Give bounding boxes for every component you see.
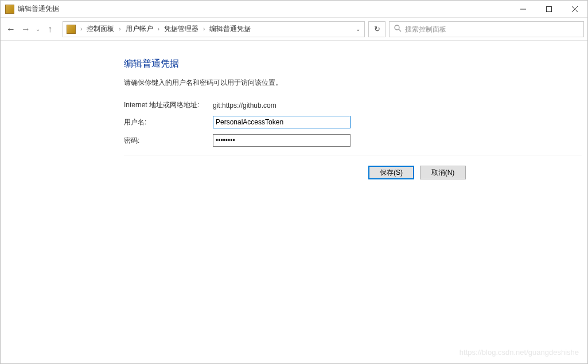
breadcrumb-item[interactable]: 用户帐户 bbox=[122, 22, 157, 37]
window-title: 编辑普通凭据 bbox=[18, 4, 510, 14]
chevron-right-icon: › bbox=[118, 26, 122, 32]
page-title: 编辑普通凭据 bbox=[124, 58, 582, 70]
username-input[interactable] bbox=[213, 116, 351, 128]
watermark: https://blog.csdn.net/guangdeshishe bbox=[460, 348, 579, 357]
app-icon bbox=[5, 5, 14, 14]
nav-buttons: ← → ⌄ ↑ bbox=[4, 22, 59, 36]
password-label: 密码: bbox=[124, 136, 213, 146]
svg-rect-1 bbox=[546, 6, 551, 11]
history-dropdown[interactable]: ⌄ bbox=[34, 26, 42, 32]
address-dropdown-icon[interactable]: ⌄ bbox=[353, 26, 363, 32]
forward-button[interactable]: → bbox=[19, 22, 33, 36]
chevron-right-icon: › bbox=[202, 26, 206, 32]
address-value: git:https://github.com bbox=[213, 101, 277, 109]
close-button[interactable] bbox=[562, 1, 587, 18]
search-input[interactable] bbox=[405, 25, 579, 33]
back-button[interactable]: ← bbox=[4, 22, 18, 36]
title-bar: 编辑普通凭据 bbox=[1, 1, 587, 18]
refresh-button[interactable]: ↻ bbox=[368, 21, 385, 37]
chevron-right-icon: › bbox=[157, 26, 161, 32]
chevron-right-icon[interactable]: › bbox=[79, 26, 83, 32]
toolbar: ← → ⌄ ↑ › 控制面板 › 用户帐户 › 凭据管理器 › 编辑普通凭据 ⌄… bbox=[1, 18, 587, 41]
content-area: 编辑普通凭据 请确保你键入的用户名和密码可以用于访问该位置。 Internet … bbox=[1, 41, 587, 185]
breadcrumb-item[interactable]: 编辑普通凭据 bbox=[206, 22, 254, 37]
button-row: 保存(S) 取消(N) bbox=[124, 155, 582, 179]
up-button[interactable]: ↑ bbox=[43, 22, 57, 36]
window-controls bbox=[510, 1, 587, 18]
cancel-button[interactable]: 取消(N) bbox=[420, 166, 466, 179]
username-label: 用户名: bbox=[124, 118, 213, 127]
breadcrumb-item[interactable]: 凭据管理器 bbox=[161, 22, 202, 37]
maximize-button[interactable] bbox=[536, 1, 562, 18]
address-label: Internet 地址或网络地址: bbox=[124, 100, 213, 110]
username-row: 用户名: bbox=[124, 116, 582, 128]
search-box[interactable] bbox=[389, 21, 584, 37]
save-button[interactable]: 保存(S) bbox=[368, 166, 414, 179]
svg-line-5 bbox=[399, 29, 401, 32]
location-icon bbox=[67, 25, 76, 34]
breadcrumb-item[interactable]: 控制面板 bbox=[83, 22, 118, 37]
address-bar[interactable]: › 控制面板 › 用户帐户 › 凭据管理器 › 编辑普通凭据 ⌄ bbox=[63, 21, 365, 37]
breadcrumb: › 控制面板 › 用户帐户 › 凭据管理器 › 编辑普通凭据 bbox=[79, 22, 353, 37]
svg-point-4 bbox=[395, 25, 399, 30]
password-input[interactable] bbox=[213, 134, 351, 147]
minimize-button[interactable] bbox=[510, 1, 536, 18]
search-icon bbox=[394, 25, 402, 34]
page-description: 请确保你键入的用户名和密码可以用于访问该位置。 bbox=[124, 78, 582, 88]
address-row: Internet 地址或网络地址: git:https://github.com bbox=[124, 100, 582, 110]
password-row: 密码: bbox=[124, 134, 582, 147]
